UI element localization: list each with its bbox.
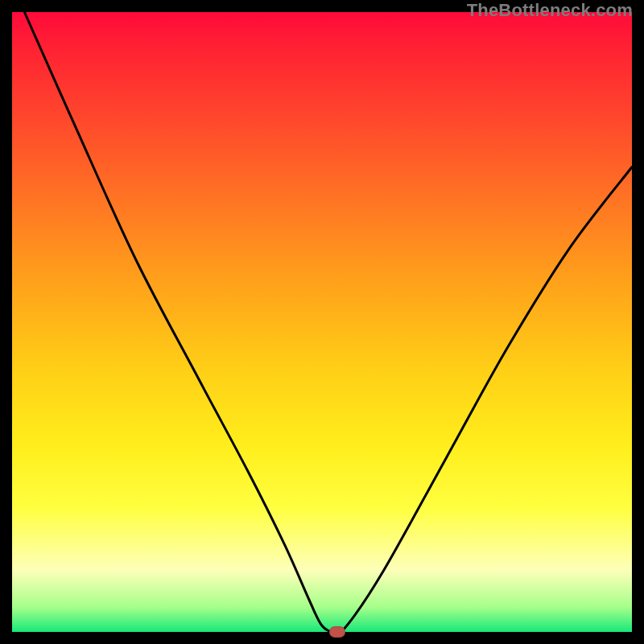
watermark-text: TheBottleneck.com xyxy=(467,0,633,21)
optimum-marker xyxy=(329,626,345,638)
bottleneck-curve xyxy=(12,12,632,632)
chart-frame: TheBottleneck.com xyxy=(0,0,644,644)
